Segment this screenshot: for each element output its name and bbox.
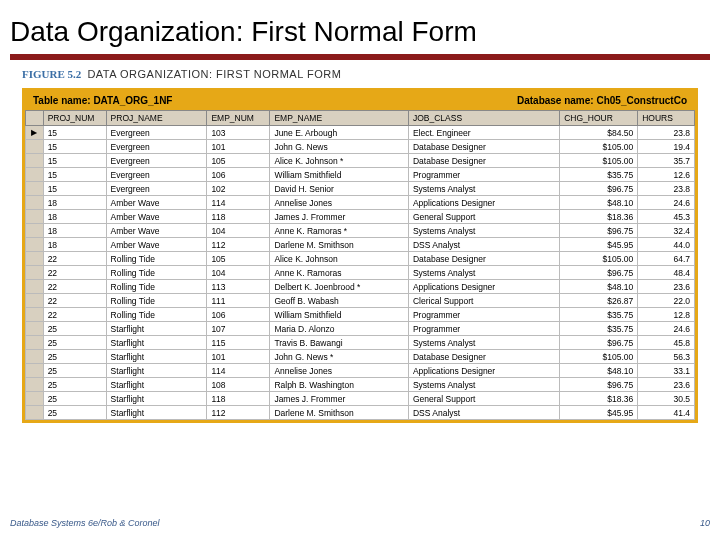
cell-proj-name[interactable]: Rolling Tide <box>106 266 207 280</box>
cell-chg-hour[interactable]: $96.75 <box>560 336 638 350</box>
row-selector-cell[interactable] <box>26 238 44 252</box>
cell-emp-num[interactable]: 112 <box>207 238 270 252</box>
cell-hours[interactable]: 19.4 <box>638 140 695 154</box>
cell-emp-name[interactable]: Ralph B. Washington <box>270 378 409 392</box>
cell-proj-name[interactable]: Starflight <box>106 336 207 350</box>
cell-emp-num[interactable]: 103 <box>207 126 270 140</box>
cell-chg-hour[interactable]: $96.75 <box>560 378 638 392</box>
cell-emp-name[interactable]: Alice K. Johnson <box>270 252 409 266</box>
cell-emp-name[interactable]: Maria D. Alonzo <box>270 322 409 336</box>
row-selector-cell[interactable] <box>26 322 44 336</box>
cell-hours[interactable]: 48.4 <box>638 266 695 280</box>
cell-job-class[interactable]: Clerical Support <box>408 294 559 308</box>
cell-proj-num[interactable]: 15 <box>43 168 106 182</box>
cell-hours[interactable]: 33.1 <box>638 364 695 378</box>
cell-chg-hour[interactable]: $105.00 <box>560 154 638 168</box>
cell-proj-name[interactable]: Evergreen <box>106 154 207 168</box>
cell-chg-hour[interactable]: $105.00 <box>560 252 638 266</box>
cell-job-class[interactable]: Systems Analyst <box>408 266 559 280</box>
cell-emp-name[interactable]: Anne K. Ramoras <box>270 266 409 280</box>
cell-chg-hour[interactable]: $105.00 <box>560 350 638 364</box>
cell-emp-name[interactable]: James J. Frommer <box>270 392 409 406</box>
cell-job-class[interactable]: DSS Analyst <box>408 238 559 252</box>
table-row[interactable]: 15Evergreen106William SmithfieldProgramm… <box>26 168 695 182</box>
cell-hours[interactable]: 30.5 <box>638 392 695 406</box>
cell-job-class[interactable]: Programmer <box>408 322 559 336</box>
cell-proj-name[interactable]: Evergreen <box>106 168 207 182</box>
cell-proj-num[interactable]: 18 <box>43 224 106 238</box>
row-selector-cell[interactable] <box>26 308 44 322</box>
cell-proj-name[interactable]: Starflight <box>106 322 207 336</box>
cell-proj-num[interactable]: 18 <box>43 238 106 252</box>
row-selector-cell[interactable] <box>26 364 44 378</box>
cell-job-class[interactable]: Applications Designer <box>408 280 559 294</box>
col-header[interactable]: PROJ_NAME <box>106 111 207 126</box>
cell-proj-name[interactable]: Rolling Tide <box>106 308 207 322</box>
cell-proj-name[interactable]: Evergreen <box>106 126 207 140</box>
cell-job-class[interactable]: General Support <box>408 210 559 224</box>
cell-emp-name[interactable]: Geoff B. Wabash <box>270 294 409 308</box>
cell-emp-num[interactable]: 108 <box>207 378 270 392</box>
cell-chg-hour[interactable]: $45.95 <box>560 406 638 420</box>
cell-proj-num[interactable]: 22 <box>43 294 106 308</box>
cell-hours[interactable]: 32.4 <box>638 224 695 238</box>
cell-chg-hour[interactable]: $84.50 <box>560 126 638 140</box>
cell-emp-name[interactable]: William Smithfield <box>270 168 409 182</box>
table-row[interactable]: 25Starflight115Travis B. BawangiSystems … <box>26 336 695 350</box>
table-row[interactable]: 15Evergreen102David H. SeniorSystems Ana… <box>26 182 695 196</box>
table-row[interactable]: 18Amber Wave114Annelise JonesApplication… <box>26 196 695 210</box>
cell-emp-num[interactable]: 102 <box>207 182 270 196</box>
table-row[interactable]: 18Amber Wave104Anne K. Ramoras *Systems … <box>26 224 695 238</box>
cell-proj-num[interactable]: 25 <box>43 406 106 420</box>
cell-emp-num[interactable]: 114 <box>207 364 270 378</box>
cell-emp-num[interactable]: 107 <box>207 322 270 336</box>
cell-emp-name[interactable]: June E. Arbough <box>270 126 409 140</box>
cell-job-class[interactable]: Programmer <box>408 308 559 322</box>
cell-emp-num[interactable]: 112 <box>207 406 270 420</box>
cell-emp-num[interactable]: 118 <box>207 392 270 406</box>
cell-job-class[interactable]: Database Designer <box>408 350 559 364</box>
cell-emp-num[interactable]: 104 <box>207 224 270 238</box>
row-selector-cell[interactable] <box>26 406 44 420</box>
cell-job-class[interactable]: Systems Analyst <box>408 378 559 392</box>
cell-emp-num[interactable]: 105 <box>207 252 270 266</box>
row-selector-cell[interactable] <box>26 168 44 182</box>
row-selector-cell[interactable] <box>26 294 44 308</box>
cell-hours[interactable]: 44.0 <box>638 238 695 252</box>
cell-job-class[interactable]: Applications Designer <box>408 364 559 378</box>
col-header[interactable]: PROJ_NUM <box>43 111 106 126</box>
cell-emp-num[interactable]: 106 <box>207 308 270 322</box>
row-selector-cell[interactable] <box>26 336 44 350</box>
row-selector-cell[interactable] <box>26 196 44 210</box>
cell-proj-name[interactable]: Starflight <box>106 350 207 364</box>
cell-emp-name[interactable]: James J. Frommer <box>270 210 409 224</box>
cell-job-class[interactable]: Database Designer <box>408 154 559 168</box>
cell-proj-num[interactable]: 15 <box>43 140 106 154</box>
cell-proj-num[interactable]: 25 <box>43 350 106 364</box>
col-header[interactable]: CHG_HOUR <box>560 111 638 126</box>
col-header[interactable]: EMP_NAME <box>270 111 409 126</box>
row-selector-cell[interactable] <box>26 210 44 224</box>
cell-proj-num[interactable]: 15 <box>43 182 106 196</box>
row-selector-cell[interactable] <box>26 266 44 280</box>
cell-hours[interactable]: 23.6 <box>638 280 695 294</box>
cell-chg-hour[interactable]: $35.75 <box>560 308 638 322</box>
cell-emp-name[interactable]: David H. Senior <box>270 182 409 196</box>
cell-proj-name[interactable]: Rolling Tide <box>106 294 207 308</box>
cell-emp-name[interactable]: Annelise Jones <box>270 196 409 210</box>
cell-chg-hour[interactable]: $18.36 <box>560 392 638 406</box>
cell-proj-num[interactable]: 25 <box>43 378 106 392</box>
cell-job-class[interactable]: Elect. Engineer <box>408 126 559 140</box>
table-row[interactable]: 22Rolling Tide104Anne K. RamorasSystems … <box>26 266 695 280</box>
table-row[interactable]: 25Starflight112Darlene M. SmithsonDSS An… <box>26 406 695 420</box>
cell-chg-hour[interactable]: $26.87 <box>560 294 638 308</box>
cell-hours[interactable]: 23.8 <box>638 126 695 140</box>
cell-hours[interactable]: 24.6 <box>638 322 695 336</box>
cell-proj-num[interactable]: 15 <box>43 126 106 140</box>
table-row[interactable]: ▶15Evergreen103June E. ArboughElect. Eng… <box>26 126 695 140</box>
cell-proj-name[interactable]: Starflight <box>106 378 207 392</box>
cell-hours[interactable]: 45.3 <box>638 210 695 224</box>
cell-proj-name[interactable]: Amber Wave <box>106 238 207 252</box>
row-selector-cell[interactable] <box>26 154 44 168</box>
cell-emp-num[interactable]: 118 <box>207 210 270 224</box>
